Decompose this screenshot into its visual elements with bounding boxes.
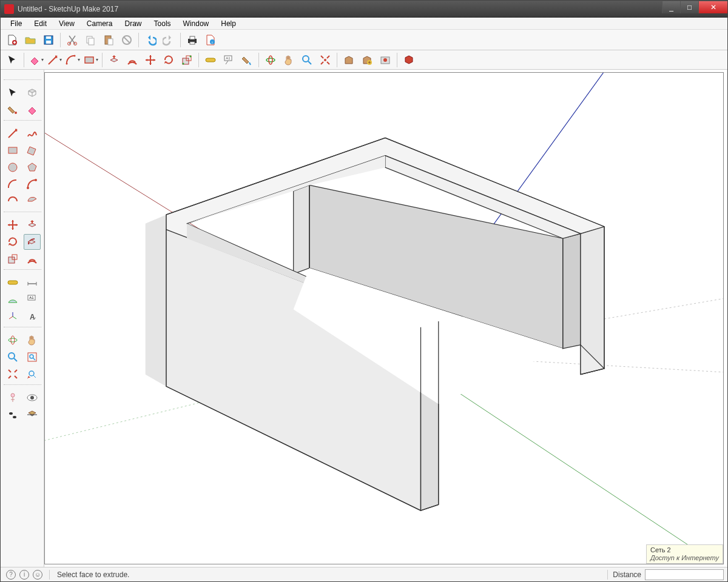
pushpull-tool[interactable] (106, 52, 123, 69)
rectangle-tool[interactable] (82, 52, 99, 69)
separator (60, 33, 61, 47)
svg-point-54 (13, 416, 16, 418)
scale-icon[interactable] (4, 251, 21, 267)
move-icon[interactable] (4, 217, 21, 233)
menu-window[interactable]: Window (177, 18, 215, 29)
text-tool[interactable]: A1 (220, 52, 237, 69)
extension-manager-button[interactable] (400, 52, 417, 69)
circle-icon[interactable] (4, 159, 21, 175)
select-tool[interactable] (4, 52, 21, 69)
close-button[interactable]: ✕ (698, 1, 727, 13)
network-tooltip: Сеть 2 Доступ к Интернету (646, 544, 723, 564)
svg-rect-18 (85, 57, 93, 63)
warehouse-upload-button[interactable] (359, 52, 376, 69)
eraser-tool[interactable] (27, 52, 44, 69)
pie-icon[interactable] (24, 193, 41, 209)
eraser-icon[interactable] (24, 102, 41, 118)
tape-tool[interactable] (202, 52, 219, 69)
cut-button[interactable] (64, 32, 81, 48)
save-button[interactable] (40, 32, 57, 48)
zoom-extents-tool[interactable] (317, 52, 334, 69)
paint-bucket-icon[interactable] (4, 102, 21, 118)
menu-view[interactable]: View (53, 18, 81, 29)
move-tool[interactable] (142, 52, 159, 69)
rotate-icon[interactable] (4, 234, 21, 250)
copy-button[interactable] (82, 32, 99, 48)
menu-camera[interactable]: Camera (81, 18, 119, 29)
redo-button[interactable] (160, 32, 177, 48)
rotated-rect-icon[interactable] (24, 142, 41, 158)
tape-icon[interactable] (4, 275, 21, 290)
zoom-icon[interactable] (4, 349, 21, 365)
open-button[interactable] (22, 32, 39, 48)
orbit-icon[interactable] (4, 332, 21, 348)
select-tool-icon[interactable] (4, 85, 21, 101)
zoom-tool[interactable] (298, 52, 315, 69)
svg-rect-13 (190, 42, 195, 44)
scale-tool[interactable] (178, 52, 195, 69)
maximize-button[interactable]: □ (680, 1, 698, 13)
help-icon[interactable]: ? (6, 570, 16, 580)
menu-edit[interactable]: Edit (28, 18, 53, 29)
info-icon[interactable]: i (19, 570, 29, 580)
pushpull-icon[interactable] (24, 217, 41, 233)
3dtext-icon[interactable]: A (24, 309, 41, 324)
arc-icon[interactable] (4, 176, 21, 192)
delete-button[interactable] (118, 32, 135, 48)
paint-tool[interactable] (238, 52, 255, 69)
protractor-icon[interactable] (4, 292, 21, 307)
pencil-icon[interactable] (4, 125, 21, 141)
statusbar: ? i ☺ Select face to extrude. Distance (1, 567, 727, 581)
extension-warehouse-button[interactable] (377, 52, 394, 69)
svg-point-52 (30, 396, 34, 400)
position-camera-icon[interactable] (4, 390, 21, 406)
standard-toolbar: i (1, 30, 727, 50)
divider (4, 79, 41, 80)
dimension-icon[interactable] (24, 275, 41, 290)
menu-draw[interactable]: Draw (119, 18, 148, 29)
svg-text:i: i (212, 41, 212, 44)
model-info-button[interactable]: i (202, 32, 219, 48)
undo-button[interactable] (142, 32, 159, 48)
axes-icon[interactable] (4, 309, 21, 324)
section-icon[interactable] (24, 407, 41, 423)
2pt-arc-icon[interactable] (24, 176, 41, 192)
pan-icon[interactable] (24, 332, 41, 348)
offset-icon[interactable] (24, 251, 41, 267)
pan-tool[interactable] (280, 52, 297, 69)
text-icon[interactable]: A1 (24, 292, 41, 307)
zoom-window-icon[interactable] (24, 349, 41, 365)
rotate-tool[interactable] (160, 52, 177, 69)
separator (198, 53, 199, 67)
warehouse-button[interactable] (340, 52, 357, 69)
polygon-icon[interactable] (24, 159, 41, 175)
new-button[interactable] (4, 32, 21, 48)
previous-view-icon[interactable] (24, 366, 41, 382)
walk-icon[interactable] (4, 407, 21, 423)
svg-text:A: A (30, 313, 35, 321)
3d-viewport[interactable]: Сеть 2 Доступ к Интернету (44, 72, 724, 564)
svg-point-16 (66, 62, 67, 64)
svg-marker-62 (563, 233, 581, 348)
followme-icon[interactable] (24, 234, 41, 250)
menu-file[interactable]: File (4, 18, 28, 29)
zoom-extents-icon[interactable] (4, 366, 21, 382)
orbit-tool[interactable] (262, 52, 279, 69)
paste-button[interactable] (100, 32, 117, 48)
user-icon[interactable]: ☺ (33, 570, 42, 580)
component-tool-icon[interactable] (24, 85, 41, 101)
offset-tool[interactable] (124, 52, 141, 69)
line-tool[interactable] (46, 52, 62, 69)
3pt-arc-icon[interactable] (4, 193, 21, 209)
menu-help[interactable]: Help (215, 18, 242, 29)
freehand-icon[interactable] (24, 125, 41, 141)
print-button[interactable] (184, 32, 201, 48)
minimize-button[interactable]: _ (662, 1, 680, 13)
menu-tools[interactable]: Tools (148, 18, 177, 29)
rectangle-icon[interactable] (4, 142, 21, 158)
arc-tool[interactable] (64, 52, 81, 69)
look-around-icon[interactable] (24, 390, 41, 406)
measurement-input[interactable] (645, 569, 724, 580)
titlebar: Untitled - SketchUp Make 2017 _ □ ✕ (1, 1, 727, 18)
svg-rect-38 (8, 257, 15, 263)
